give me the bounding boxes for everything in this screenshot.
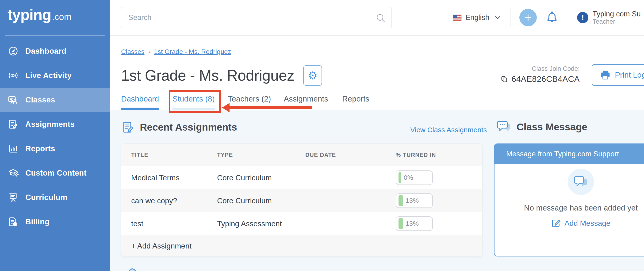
turned-in-progress: 13% bbox=[396, 216, 433, 231]
topbar: English ! Typing.com Su Te bbox=[110, 0, 644, 36]
search-icon[interactable] bbox=[376, 13, 386, 24]
search-input[interactable] bbox=[121, 7, 392, 28]
chevron-down-icon bbox=[494, 14, 501, 21]
logo-text: typing bbox=[8, 6, 51, 23]
turned-in-progress: 0% bbox=[396, 170, 433, 185]
topbar-right-cluster: English ! Typing.com Su Te bbox=[453, 8, 642, 27]
classes-icon bbox=[8, 94, 19, 105]
account-name: Typing.com Su bbox=[592, 10, 641, 18]
recent-assignments-header: Recent Assignments bbox=[121, 121, 237, 134]
progress-label: 0% bbox=[404, 174, 413, 181]
add-message-label: Add Message bbox=[564, 219, 610, 228]
next-section-icon-clipped bbox=[128, 269, 136, 271]
topbar-divider bbox=[568, 8, 568, 27]
class-message-header: Class Message bbox=[497, 121, 587, 133]
recent-assignments-table: TITLE TYPE DUE DATE % TURNED IN Medical … bbox=[121, 143, 482, 257]
sidebar-item-label: Assignments bbox=[25, 120, 75, 129]
class-message-title: Class Message bbox=[516, 121, 587, 133]
add-message-link[interactable]: Add Message bbox=[551, 219, 610, 228]
account-role: Teacher bbox=[592, 18, 641, 25]
progress-bar bbox=[398, 218, 403, 229]
custom-content-icon bbox=[8, 167, 19, 179]
language-label: English bbox=[466, 13, 489, 22]
progress-label: 13% bbox=[406, 197, 419, 204]
sidebar-item-live-activity[interactable]: Live Activity bbox=[0, 63, 110, 88]
sidebar-item-assignments[interactable]: Assignments bbox=[0, 112, 110, 136]
recent-assignments-title: Recent Assignments bbox=[140, 122, 237, 133]
assignments-icon bbox=[8, 119, 19, 130]
table-row[interactable]: can we copy? Core Curriculum 13% bbox=[121, 189, 482, 212]
turned-in-progress: 13% bbox=[396, 193, 433, 208]
assignment-type: Core Curriculum bbox=[207, 197, 296, 205]
add-assignment-button[interactable]: + Add Assignment bbox=[121, 235, 482, 257]
chat-bubbles-icon bbox=[497, 121, 511, 133]
tab-dashboard[interactable]: Dashboard bbox=[121, 91, 159, 110]
account-menu[interactable]: ! Typing.com Su Teacher bbox=[577, 10, 641, 25]
sidebar-item-label: Custom Content bbox=[25, 169, 86, 178]
sidebar-item-curriculum[interactable]: Curriculum bbox=[0, 185, 110, 210]
sidebar-item-custom-content[interactable]: Custom Content bbox=[0, 161, 110, 185]
column-turned-in: % TURNED IN bbox=[386, 152, 482, 158]
view-class-assignments-link[interactable]: View Class Assignments bbox=[410, 126, 487, 134]
us-flag-icon bbox=[453, 14, 462, 21]
table-row[interactable]: test Typing Assessment 13% bbox=[121, 212, 482, 235]
tab-assignments[interactable]: Assignments bbox=[284, 91, 328, 110]
progress-label: 13% bbox=[406, 220, 419, 227]
sidebar-item-reports[interactable]: Reports bbox=[0, 136, 110, 161]
empty-message-icon-circle bbox=[568, 169, 594, 195]
progress-bar bbox=[398, 195, 403, 206]
sidebar-item-label: Billing bbox=[25, 217, 50, 226]
typing-logo[interactable]: typing.com bbox=[8, 6, 71, 23]
main-area: English ! Typing.com Su Te bbox=[110, 0, 644, 271]
column-title: TITLE bbox=[121, 152, 207, 158]
add-button[interactable] bbox=[520, 9, 537, 26]
sidebar-divider bbox=[5, 35, 105, 36]
topbar-divider bbox=[510, 8, 510, 27]
chat-bubble-icon bbox=[574, 175, 588, 189]
tab-reports[interactable]: Reports bbox=[342, 91, 370, 110]
assignment-title: can we copy? bbox=[121, 197, 207, 205]
sidebar-item-billing[interactable]: $ Billing bbox=[0, 210, 110, 234]
progress-bar bbox=[398, 172, 401, 183]
table-row[interactable]: Medical Terms Core Curriculum 0% bbox=[121, 166, 482, 189]
sidebar-item-label: Curriculum bbox=[25, 193, 67, 202]
live-activity-icon bbox=[8, 70, 19, 81]
notifications-button[interactable] bbox=[545, 11, 559, 24]
no-message-text: No message has been added yet bbox=[524, 204, 638, 212]
svg-text:$: $ bbox=[14, 223, 16, 226]
sidebar-item-classes[interactable]: Classes bbox=[0, 88, 110, 112]
table-header-row: TITLE TYPE DUE DATE % TURNED IN bbox=[121, 144, 482, 166]
curriculum-icon bbox=[8, 192, 19, 203]
assignment-title: test bbox=[121, 220, 207, 228]
assignment-type: Core Curriculum bbox=[207, 174, 296, 182]
sidebar-item-dashboard[interactable]: Dashboard bbox=[0, 39, 110, 63]
tab-students[interactable]: Students (8) bbox=[172, 91, 215, 110]
app-root: typing.com Dashboard Live Activity C bbox=[0, 0, 644, 271]
sidebar-item-label: Live Activity bbox=[25, 71, 72, 80]
message-banner: Message from Typing.com Support bbox=[494, 144, 644, 164]
page-content: Recent Assignments View Class Assignment… bbox=[110, 110, 644, 271]
column-due-date: DUE DATE bbox=[296, 152, 386, 158]
billing-icon: $ bbox=[8, 216, 19, 227]
class-message-card: Message from Typing.com Support No messa… bbox=[494, 143, 644, 257]
sidebar-item-label: Reports bbox=[25, 144, 55, 153]
search-box bbox=[121, 7, 392, 28]
account-texts: Typing.com Su Teacher bbox=[592, 10, 641, 25]
dashboard-icon bbox=[8, 45, 19, 57]
sidebar-item-label: Dashboard bbox=[25, 47, 66, 55]
class-tabs: Dashboard Students (8) Teachers (2) Assi… bbox=[110, 36, 644, 110]
page-header: Classes › 1st Grade - Ms. Rodriguez 1st … bbox=[110, 36, 644, 110]
account-alert-icon: ! bbox=[577, 12, 588, 23]
assignment-doc-icon bbox=[121, 121, 134, 134]
message-body: No message has been added yet Add Messag… bbox=[494, 164, 644, 257]
reports-icon bbox=[8, 143, 19, 154]
plus-icon bbox=[523, 13, 533, 22]
column-type: TYPE bbox=[207, 152, 296, 158]
assignment-title: Medical Terms bbox=[121, 174, 207, 182]
tab-teachers[interactable]: Teachers (2) bbox=[228, 91, 271, 110]
edit-pencil-icon bbox=[551, 219, 561, 228]
bell-icon bbox=[545, 11, 559, 24]
logo-suffix-text: .com bbox=[52, 12, 71, 22]
language-selector[interactable]: English bbox=[453, 13, 501, 22]
sidebar-nav: Dashboard Live Activity Classes Assignme… bbox=[0, 39, 110, 234]
